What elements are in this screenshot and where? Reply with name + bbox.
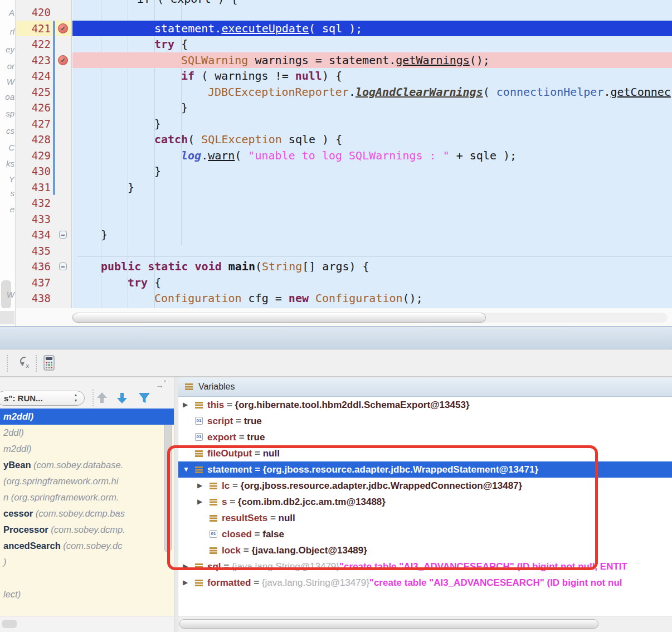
frame-row[interactable]: (org.springframework.orm.hi — [0, 473, 174, 489]
gutter-row[interactable]: 422 — [16, 36, 72, 52]
code-line[interactable]: catch( SQLException sqle ) { — [72, 132, 672, 148]
code-line[interactable]: JDBCExceptionReporter.logAndClearWarning… — [72, 84, 672, 100]
line-number[interactable]: 433 — [16, 211, 51, 227]
line-number[interactable]: 436 — [16, 259, 51, 275]
code-line[interactable]: } — [72, 227, 672, 243]
panel-splitter[interactable] — [174, 377, 178, 632]
expand-arrow-icon[interactable]: ▶ — [197, 478, 202, 494]
expand-arrow-icon[interactable]: ▶ — [183, 558, 188, 575]
fold-marker-icon[interactable] — [59, 262, 67, 270]
code-line[interactable]: Configuration cfg = new Configuration(); — [72, 290, 672, 307]
variables-hscroll-thumb[interactable] — [179, 619, 598, 629]
code-line[interactable]: } — [72, 163, 672, 179]
code-line[interactable]: log.warn( "unable to log SQLWarnings : "… — [72, 148, 672, 164]
gutter-row[interactable]: 425 — [16, 84, 72, 100]
frame-row[interactable]: Processor (com.sobey.dcmp. — [0, 522, 174, 538]
filter-funnel-icon[interactable] — [137, 391, 152, 407]
frame-row[interactable]: m2ddl) — [0, 409, 174, 425]
variables-tree[interactable]: ▶this = {org.hibernate.tool.hbm2ddl.Sche… — [178, 397, 672, 616]
variable-row[interactable]: ▶this = {org.hibernate.tool.hbm2ddl.Sche… — [178, 397, 672, 413]
line-number[interactable]: 432 — [16, 195, 51, 211]
up-arrow-icon[interactable] — [95, 391, 109, 407]
breakpoint-icon[interactable]: ✓ — [58, 23, 68, 33]
line-number[interactable]: 422 — [16, 36, 51, 52]
gutter-row[interactable]: 438 — [16, 290, 72, 307]
frames-hscroll-thumb[interactable] — [2, 620, 17, 628]
code-line[interactable] — [72, 211, 672, 227]
frame-row[interactable]: yBean (com.sobey.database. — [0, 457, 174, 473]
code-line[interactable]: } — [72, 116, 672, 132]
frame-row[interactable]: 2ddl) — [0, 425, 174, 441]
gutter-row[interactable]: 423✓ — [16, 52, 72, 69]
variable-row[interactable]: fileOutput = null — [178, 445, 672, 461]
editor-gutter[interactable]: 420421✓422423✓42442542642742842943043143… — [16, 0, 72, 308]
line-number[interactable]: 426 — [16, 100, 51, 116]
gutter-row[interactable]: 435 — [16, 243, 72, 259]
restore-layout-icon[interactable]: →* — [155, 380, 166, 390]
expand-arrow-icon[interactable]: ▶ — [183, 397, 188, 413]
line-number[interactable]: 437 — [16, 275, 51, 291]
variable-row[interactable]: ▶s = {com.ibm.db2.jcc.am.tm@13488} — [178, 494, 672, 510]
line-number[interactable]: 431 — [16, 179, 51, 196]
frame-row[interactable]: m2ddl) — [0, 441, 174, 457]
variable-row[interactable]: ▶sql = {java.lang.String@13479}"create t… — [178, 558, 672, 575]
variable-row[interactable]: resultSets = null — [178, 510, 672, 526]
line-number[interactable]: 424 — [16, 68, 51, 84]
line-number[interactable]: 428 — [16, 132, 51, 148]
code-line[interactable]: SQLWarning warnings = statement.getWarni… — [72, 52, 672, 69]
thread-dropdown[interactable]: s": RUN... ▲▼ — [0, 391, 85, 406]
frame-row[interactable]: cessor (com.sobey.dcmp.bas — [0, 505, 174, 522]
code-line[interactable]: statement.executeUpdate( sql ); — [72, 21, 672, 37]
variable-row[interactable]: lock = {java.lang.Object@13489} — [178, 542, 672, 558]
gutter-row[interactable]: 429 — [16, 148, 72, 164]
variable-row[interactable]: 01closed = false — [178, 526, 672, 542]
line-number[interactable]: 430 — [16, 163, 51, 179]
expand-arrow-icon[interactable]: ▶ — [183, 575, 188, 591]
dropdown-stepper-icon[interactable]: ▲▼ — [72, 392, 80, 404]
gutter-row[interactable]: 432 — [16, 195, 72, 211]
fold-marker-icon[interactable] — [59, 231, 67, 239]
line-number[interactable]: 429 — [16, 148, 51, 164]
gutter-row[interactable]: 436 — [16, 259, 72, 275]
variable-row[interactable]: ▶lc = {org.jboss.resource.adapter.jdbc.W… — [178, 478, 672, 494]
expand-arrow-icon[interactable]: ▶ — [197, 494, 202, 510]
editor-hscroll-thumb[interactable] — [72, 313, 486, 323]
variable-row[interactable]: ▶formatted = {java.lang.String@13479}"cr… — [178, 575, 672, 591]
code-line[interactable]: } — [72, 100, 672, 116]
gutter-row[interactable]: 421✓ — [16, 21, 72, 37]
variable-row[interactable]: 01script = true — [178, 413, 672, 429]
line-number[interactable]: 421 — [16, 21, 51, 37]
editor-code-area[interactable]: if ( export ) {statement.executeUpdate( … — [72, 0, 672, 308]
line-number[interactable]: 423 — [16, 52, 51, 69]
code-line[interactable] — [72, 4, 672, 21]
line-number[interactable]: 420 — [16, 4, 51, 21]
step-icon[interactable]: x — [14, 354, 31, 373]
gutter-row[interactable]: 428 — [16, 132, 72, 148]
code-editor[interactable]: ArleyorWoaspcsCksYseW 420421✓422423✓4244… — [0, 0, 672, 326]
code-line[interactable]: try { — [72, 275, 672, 291]
gutter-row[interactable]: 437 — [16, 275, 72, 291]
line-number[interactable]: 435 — [16, 243, 51, 259]
breakpoint-icon[interactable]: ✓ — [58, 55, 68, 65]
gutter-row[interactable]: 420 — [16, 4, 72, 21]
code-line[interactable]: } — [72, 179, 672, 196]
line-number[interactable]: 438 — [16, 290, 51, 307]
frame-row[interactable]: ancedSearch (com.sobey.dc — [0, 538, 174, 554]
frame-row[interactable] — [0, 570, 174, 586]
frame-row[interactable]: ) — [0, 554, 174, 570]
frame-row[interactable]: lect) — [0, 586, 174, 602]
code-line[interactable] — [72, 195, 672, 211]
frames-list[interactable]: m2ddl)2ddl)m2ddl)yBean (com.sobey.databa… — [0, 409, 174, 616]
gutter-row[interactable]: 426 — [16, 100, 72, 116]
gutter-row[interactable]: 431 — [16, 179, 72, 196]
line-number[interactable]: 434 — [16, 227, 51, 243]
line-number[interactable]: 427 — [16, 116, 51, 132]
gutter-row[interactable]: 427 — [16, 116, 72, 132]
gutter-row[interactable]: 434 — [16, 227, 72, 243]
gutter-row[interactable]: 424 — [16, 68, 72, 84]
down-arrow-icon[interactable] — [115, 391, 129, 407]
code-line[interactable]: try { — [72, 36, 672, 52]
variable-row[interactable]: ▼statement = {org.jboss.resource.adapter… — [178, 461, 672, 478]
variable-row[interactable]: 01export = true — [178, 429, 672, 445]
code-line[interactable]: public static void main(String[] args) { — [72, 259, 672, 275]
